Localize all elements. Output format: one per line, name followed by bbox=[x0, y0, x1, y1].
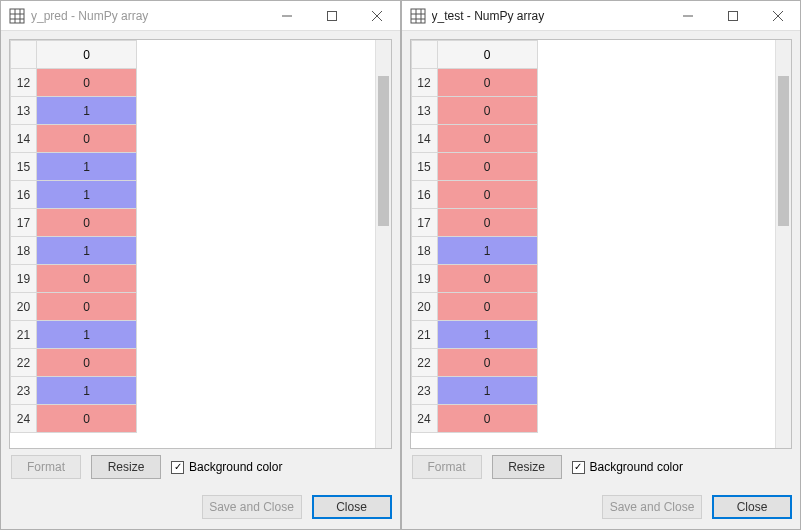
window-controls bbox=[665, 1, 800, 30]
row-header[interactable]: 22 bbox=[411, 349, 437, 377]
close-button[interactable]: Close bbox=[712, 495, 792, 519]
table-row: 140 bbox=[11, 125, 137, 153]
minimize-button[interactable] bbox=[265, 1, 310, 30]
maximize-button[interactable] bbox=[710, 1, 755, 30]
array-cell[interactable]: 0 bbox=[37, 293, 137, 321]
checkbox-icon: ✓ bbox=[572, 461, 585, 474]
row-header[interactable]: 20 bbox=[11, 293, 37, 321]
array-cell[interactable]: 0 bbox=[437, 265, 537, 293]
array-cell[interactable]: 1 bbox=[37, 321, 137, 349]
format-button[interactable]: Format bbox=[11, 455, 81, 479]
row-header[interactable]: 15 bbox=[11, 153, 37, 181]
array-cell[interactable]: 0 bbox=[437, 69, 537, 97]
table-row: 131 bbox=[11, 97, 137, 125]
array-cell[interactable]: 1 bbox=[37, 377, 137, 405]
table-row: 200 bbox=[11, 293, 137, 321]
resize-button[interactable]: Resize bbox=[492, 455, 562, 479]
row-header[interactable]: 13 bbox=[11, 97, 37, 125]
array-cell[interactable]: 0 bbox=[37, 405, 137, 433]
array-cell[interactable]: 0 bbox=[37, 125, 137, 153]
array-cell[interactable]: 1 bbox=[437, 321, 537, 349]
scroll-thumb[interactable] bbox=[778, 76, 789, 226]
array-cell[interactable]: 0 bbox=[437, 97, 537, 125]
row-header[interactable]: 17 bbox=[11, 209, 37, 237]
array-cell[interactable]: 0 bbox=[437, 293, 537, 321]
array-cell[interactable]: 1 bbox=[37, 97, 137, 125]
row-header[interactable]: 14 bbox=[11, 125, 37, 153]
grid-viewport[interactable]: 0 12013014015016017018119020021122023124… bbox=[411, 40, 776, 448]
row-header[interactable]: 14 bbox=[411, 125, 437, 153]
row-header[interactable]: 16 bbox=[11, 181, 37, 209]
row-header[interactable]: 13 bbox=[411, 97, 437, 125]
row-header[interactable]: 15 bbox=[411, 153, 437, 181]
grid-toolbar: Format Resize ✓ Background color bbox=[410, 449, 793, 483]
minimize-button[interactable] bbox=[665, 1, 710, 30]
row-header[interactable]: 12 bbox=[11, 69, 37, 97]
array-cell[interactable]: 0 bbox=[437, 349, 537, 377]
row-header[interactable]: 20 bbox=[411, 293, 437, 321]
array-cell[interactable]: 1 bbox=[437, 237, 537, 265]
array-cell[interactable]: 0 bbox=[37, 69, 137, 97]
array-cell[interactable]: 0 bbox=[37, 349, 137, 377]
column-header[interactable]: 0 bbox=[37, 41, 137, 69]
close-window-button[interactable] bbox=[355, 1, 400, 30]
svg-rect-0 bbox=[10, 9, 24, 23]
row-header[interactable]: 23 bbox=[411, 377, 437, 405]
scroll-thumb[interactable] bbox=[378, 76, 389, 226]
maximize-button[interactable] bbox=[310, 1, 355, 30]
client-area: 0 12013014015016017018119020021122023124… bbox=[402, 31, 801, 491]
row-header[interactable]: 24 bbox=[11, 405, 37, 433]
row-header[interactable]: 19 bbox=[411, 265, 437, 293]
format-button[interactable]: Format bbox=[412, 455, 482, 479]
row-header[interactable]: 12 bbox=[411, 69, 437, 97]
row-header[interactable]: 21 bbox=[411, 321, 437, 349]
array-cell[interactable]: 0 bbox=[437, 125, 537, 153]
corner-cell bbox=[411, 41, 437, 69]
vertical-scrollbar[interactable] bbox=[375, 40, 391, 448]
row-header[interactable]: 21 bbox=[11, 321, 37, 349]
row-header[interactable]: 18 bbox=[11, 237, 37, 265]
save-and-close-button[interactable]: Save and Close bbox=[602, 495, 702, 519]
array-cell[interactable]: 0 bbox=[37, 265, 137, 293]
array-cell[interactable]: 1 bbox=[37, 153, 137, 181]
array-cell[interactable]: 0 bbox=[437, 181, 537, 209]
resize-button[interactable]: Resize bbox=[91, 455, 161, 479]
table-row: 220 bbox=[11, 349, 137, 377]
array-cell[interactable]: 1 bbox=[437, 377, 537, 405]
checkbox-icon: ✓ bbox=[171, 461, 184, 474]
background-color-checkbox[interactable]: ✓ Background color bbox=[572, 460, 683, 474]
save-and-close-button[interactable]: Save and Close bbox=[202, 495, 302, 519]
background-color-checkbox[interactable]: ✓ Background color bbox=[171, 460, 282, 474]
array-cell[interactable]: 0 bbox=[437, 209, 537, 237]
row-header[interactable]: 16 bbox=[411, 181, 437, 209]
array-cell[interactable]: 1 bbox=[37, 181, 137, 209]
array-cell[interactable]: 0 bbox=[437, 405, 537, 433]
close-button[interactable]: Close bbox=[312, 495, 392, 519]
table-row: 140 bbox=[411, 125, 537, 153]
close-window-button[interactable] bbox=[755, 1, 800, 30]
row-header[interactable]: 22 bbox=[11, 349, 37, 377]
column-header[interactable]: 0 bbox=[437, 41, 537, 69]
array-grid: 0 12013114015116117018119020021122023124… bbox=[9, 39, 392, 449]
row-header[interactable]: 18 bbox=[411, 237, 437, 265]
titlebar[interactable]: y_test - NumPy array bbox=[402, 1, 801, 31]
table-row: 170 bbox=[411, 209, 537, 237]
table-row: 161 bbox=[11, 181, 137, 209]
row-header[interactable]: 19 bbox=[11, 265, 37, 293]
grid-icon bbox=[9, 8, 25, 24]
array-cell[interactable]: 0 bbox=[37, 209, 137, 237]
vertical-scrollbar[interactable] bbox=[775, 40, 791, 448]
array-cell[interactable]: 0 bbox=[437, 153, 537, 181]
row-header[interactable]: 23 bbox=[11, 377, 37, 405]
row-header[interactable]: 17 bbox=[411, 209, 437, 237]
table-row: 231 bbox=[411, 377, 537, 405]
svg-rect-9 bbox=[411, 9, 425, 23]
table-row: 160 bbox=[411, 181, 537, 209]
table-row: 151 bbox=[11, 153, 137, 181]
checkbox-label: Background color bbox=[189, 460, 282, 474]
row-header[interactable]: 24 bbox=[411, 405, 437, 433]
grid-viewport[interactable]: 0 12013114015116117018119020021122023124… bbox=[10, 40, 375, 448]
array-table: 0 12013014015016017018119020021122023124… bbox=[411, 40, 538, 433]
titlebar[interactable]: y_pred - NumPy array bbox=[1, 1, 400, 31]
array-cell[interactable]: 1 bbox=[37, 237, 137, 265]
